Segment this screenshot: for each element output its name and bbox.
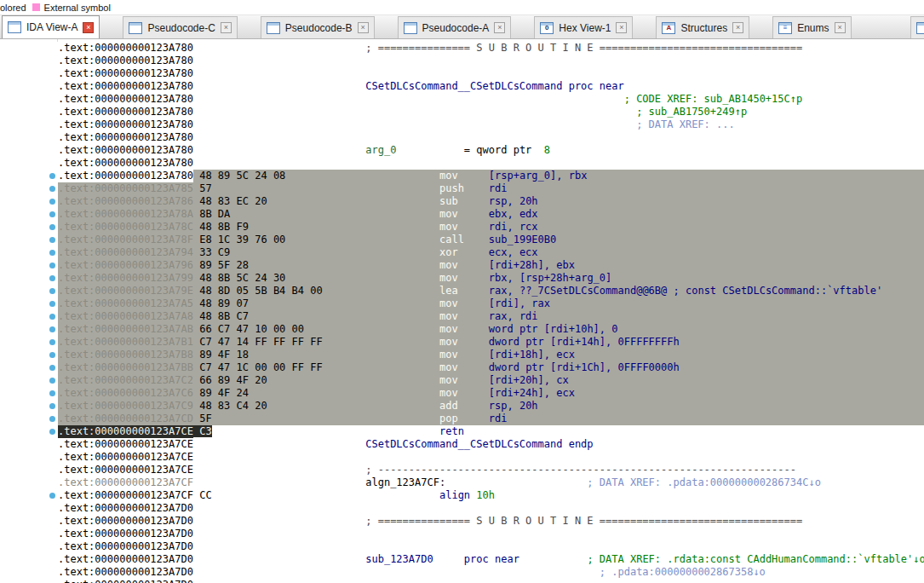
listing-line[interactable]: .text:000000000123A786 48 83 EC 20 sub r…: [0, 195, 924, 208]
listing-line[interactable]: .text:000000000123A7D0: [0, 528, 924, 540]
tab-hex-view-1[interactable]: 0Hex View-1×: [534, 16, 633, 38]
address: .text:000000000123A79E: [58, 285, 193, 297]
listing-line[interactable]: .text:000000000123A794 33 C9 xor ecx, ec…: [0, 246, 924, 259]
marker-dot: [49, 339, 55, 345]
listing-line[interactable]: .text:000000000123A7CE C3 retn: [0, 425, 924, 438]
line-gutter: [0, 144, 58, 157]
listing-line[interactable]: .text:000000000123A7BB C7 47 1C 00 00 FF…: [0, 361, 924, 374]
code-text: retn: [439, 425, 464, 437]
listing-line[interactable]: .text:000000000123A785 57 push rdi: [0, 182, 924, 195]
listing-line[interactable]: .text:000000000123A78A 8B DA mov ebx, ed…: [0, 208, 924, 221]
listing-line[interactable]: .text:000000000123A7AB 66 C7 47 10 00 00…: [0, 323, 924, 336]
listing-line[interactable]: .text:000000000123A780 ; CODE XREF: sub_…: [0, 93, 924, 106]
line-gutter: [0, 310, 58, 323]
listing-line[interactable]: .text:000000000123A796 89 5F 28 mov [rdi…: [0, 259, 924, 272]
code-text: sub_123A7D0: [365, 553, 433, 565]
comment: ; DATA XREF: .rdata:const CAddHumanComma…: [587, 553, 924, 565]
listing-line[interactable]: .text:000000000123A780 ; ===============…: [0, 42, 924, 55]
close-tab-button[interactable]: ×: [835, 22, 846, 33]
tab-pseudocode-b[interactable]: Pseudocode-B×: [261, 16, 375, 38]
tab-label: Pseudocode-B: [285, 22, 353, 34]
listing-line[interactable]: .text:000000000123A7A8 48 8B C7 mov rax,…: [0, 310, 924, 323]
line-gutter: [0, 336, 58, 349]
address: .text:000000000123A799: [58, 272, 193, 285]
bytes: 48 8B F9: [199, 221, 249, 233]
listing-line[interactable]: .text:000000000123A7CE: [0, 451, 924, 464]
line-gutter: [0, 80, 58, 93]
listing-line[interactable]: .text:000000000123A780: [0, 55, 924, 67]
spacer: [458, 221, 489, 233]
line-gutter: [0, 272, 58, 285]
tab-enums[interactable]: ≡Enums×: [772, 16, 851, 38]
line-content: 89 4F 18 mov [rdi+18h], ecx: [193, 349, 924, 361]
tab-structures[interactable]: AStructures×: [656, 16, 749, 38]
bytes: E8 1C 39 76 00: [199, 234, 285, 245]
spacer: [445, 476, 587, 488]
address: .text:000000000123A7C2: [58, 374, 193, 387]
line-content: [193, 579, 924, 583]
listing-line[interactable]: .text:000000000123A7CF CC align 10h: [0, 489, 924, 502]
line-gutter: [0, 528, 58, 540]
tab-pseudocode-c[interactable]: Pseudocode-C×: [123, 16, 237, 38]
tab-partial[interactable]: [910, 16, 924, 38]
listing-line[interactable]: .text:000000000123A780 arg_0 = qword ptr…: [0, 144, 924, 157]
listing-line[interactable]: .text:000000000123A7CD 5F pop rdi: [0, 413, 924, 425]
line-gutter: [0, 55, 58, 67]
listing-line[interactable]: .text:000000000123A78F E8 1C 39 76 00 ca…: [0, 234, 924, 246]
tab-pseudocode-a[interactable]: Pseudocode-A×: [398, 16, 512, 38]
close-tab-button[interactable]: ×: [616, 22, 627, 33]
line-gutter: [0, 361, 58, 374]
disassembly-view[interactable]: .text:000000000123A780 ; ===============…: [0, 39, 924, 583]
listing-line[interactable]: .text:000000000123A780 CSetDLCsCommand__…: [0, 80, 924, 93]
listing-line[interactable]: .text:000000000123A7CF algn_123A7CF: ; D…: [0, 476, 924, 489]
listing-line[interactable]: .text:000000000123A7D0: [0, 579, 924, 583]
listing-line[interactable]: .text:000000000123A79E 48 8D 05 5B B4 B4…: [0, 285, 924, 297]
listing-line[interactable]: .text:000000000123A780 48 89 5C 24 08 mo…: [0, 170, 924, 182]
code-text: ebx, edx: [489, 208, 538, 220]
line-gutter: [0, 221, 58, 234]
listing-line[interactable]: .text:000000000123A7B1 C7 47 14 FF FF FF…: [0, 336, 924, 349]
tab-label: IDA View-A: [26, 21, 77, 33]
listing-line[interactable]: .text:000000000123A780: [0, 157, 924, 170]
listing-line[interactable]: .text:000000000123A780 ; sub_AB1750+249↑…: [0, 106, 924, 118]
close-tab-button[interactable]: ×: [83, 22, 94, 33]
line-content: ; sub_AB1750+249↑p: [193, 106, 924, 118]
listing-line[interactable]: .text:000000000123A7D0: [0, 502, 924, 515]
listing-line[interactable]: .text:000000000123A7C9 48 83 C4 20 add r…: [0, 400, 924, 413]
listing-line[interactable]: .text:000000000123A7D0 ; .pdata:00000000…: [0, 566, 924, 579]
listing-line[interactable]: .text:000000000123A799 48 8B 5C 24 30 mo…: [0, 272, 924, 285]
listing-line[interactable]: .text:000000000123A7D0: [0, 540, 924, 553]
listing-line[interactable]: .text:000000000123A78C 48 8B F9 mov rdi,…: [0, 221, 924, 234]
code-text: rsp, 20h: [489, 400, 538, 412]
listing-line[interactable]: .text:000000000123A780: [0, 131, 924, 144]
line-content: 66 C7 47 10 00 00 mov word ptr [rdi+10h]…: [193, 323, 924, 336]
marker-dot: [49, 186, 55, 192]
listing-line[interactable]: .text:000000000123A780 ; DATA XREF: ...: [0, 118, 924, 131]
line-gutter: [0, 259, 58, 272]
listing-line[interactable]: .text:000000000123A7D0 ; ===============…: [0, 515, 924, 528]
listing-line[interactable]: .text:000000000123A780: [0, 67, 924, 80]
listing-line[interactable]: .text:000000000123A7C2 66 89 4F 20 mov […: [0, 374, 924, 387]
listing-line[interactable]: .text:000000000123A7CE CSetDLCsCommand__…: [0, 438, 924, 451]
listing-line[interactable]: .text:000000000123A7B8 89 4F 18 mov [rdi…: [0, 349, 924, 361]
marker-dot: [49, 365, 55, 371]
spacer: [458, 400, 489, 412]
spacer: [458, 361, 489, 373]
close-tab-button[interactable]: ×: [221, 22, 232, 33]
listing-line[interactable]: .text:000000000123A7CE ; ---------------…: [0, 464, 924, 476]
code-text: rsp, 20h: [489, 195, 538, 207]
listing-line[interactable]: .text:000000000123A7C6 89 4F 24 mov [rdi…: [0, 387, 924, 400]
spacer: [193, 106, 636, 118]
close-tab-button[interactable]: ×: [732, 22, 743, 33]
close-tab-button[interactable]: ×: [358, 22, 369, 33]
listing-line[interactable]: .text:000000000123A7A5 48 89 07 mov [rdi…: [0, 297, 924, 310]
code-text: [rdi], rax: [489, 297, 550, 309]
address: .text:000000000123A780: [58, 157, 193, 170]
listing-line[interactable]: .text:000000000123A7D0 sub_123A7D0 proc …: [0, 553, 924, 566]
spacer: [193, 118, 636, 130]
document-icon: [916, 22, 924, 34]
close-tab-button[interactable]: ×: [494, 22, 505, 33]
line-content: C7 47 1C 00 00 FF FF mov dword ptr [rdi+…: [193, 361, 924, 374]
marker-dot: [49, 390, 55, 396]
tab-ida-view-a[interactable]: IDA View-A×: [2, 15, 100, 38]
